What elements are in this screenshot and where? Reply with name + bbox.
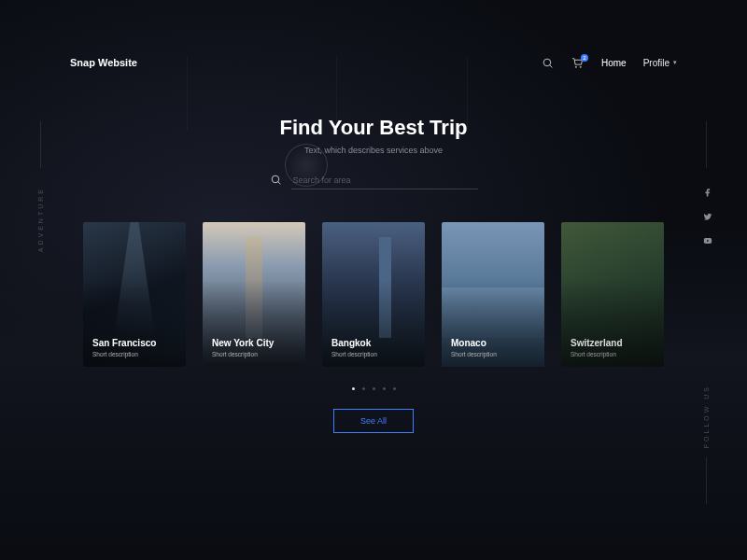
cart-badge: 2 (581, 54, 588, 62)
card-desc: Short description (212, 351, 296, 357)
hero-subtitle: Text, which describes services above (70, 146, 677, 155)
card-title: San Francisco (92, 338, 176, 348)
svg-point-4 (272, 175, 279, 183)
card-title: Monaco (451, 338, 535, 348)
carousel-dots (70, 387, 677, 390)
carousel-dot[interactable] (383, 387, 386, 390)
svg-line-5 (277, 181, 280, 184)
topbar: Snap Website 2 Home Profile ▾ (70, 56, 677, 69)
card-san-francisco[interactable]: San Francisco Short description (83, 222, 186, 367)
card-title: Bangkok (331, 338, 416, 348)
card-desc: Short description (451, 351, 535, 357)
carousel-dot[interactable] (393, 387, 396, 390)
carousel-dot[interactable] (352, 387, 355, 390)
nav-home[interactable]: Home (601, 58, 627, 68)
card-new-york[interactable]: New York City Short description (203, 222, 305, 367)
carousel-dot[interactable] (362, 387, 365, 390)
nav-profile-label: Profile (643, 58, 669, 68)
card-monaco[interactable]: Monaco Short description (442, 222, 544, 367)
decorative-circle (285, 144, 328, 187)
chevron-down-icon: ▾ (673, 59, 677, 66)
search-row (70, 172, 677, 189)
svg-point-3 (581, 66, 582, 67)
card-bangkok[interactable]: Bangkok Short description (322, 222, 425, 367)
svg-point-0 (544, 59, 552, 66)
card-title: Switzerland (571, 338, 655, 348)
cart-icon[interactable]: 2 (571, 56, 585, 69)
card-title: New York City (212, 338, 296, 348)
search-icon[interactable] (542, 56, 555, 69)
see-all-button[interactable]: See All (333, 409, 414, 433)
card-desc: Short description (571, 351, 655, 357)
carousel-dot[interactable] (373, 387, 375, 390)
hero: Find Your Best Trip Text, which describe… (70, 116, 677, 189)
search-icon (270, 173, 282, 189)
logo[interactable]: Snap Website (70, 57, 137, 68)
destination-cards: San Francisco Short description New York… (70, 222, 677, 367)
hero-title: Find Your Best Trip (70, 116, 677, 140)
svg-line-1 (550, 64, 553, 67)
nav-profile[interactable]: Profile ▾ (643, 58, 677, 68)
svg-point-2 (576, 66, 577, 67)
nav-right: 2 Home Profile ▾ (542, 56, 677, 69)
card-desc: Short description (331, 351, 416, 357)
card-desc: Short description (92, 351, 176, 357)
card-switzerland[interactable]: Switzerland Short description (561, 222, 664, 367)
